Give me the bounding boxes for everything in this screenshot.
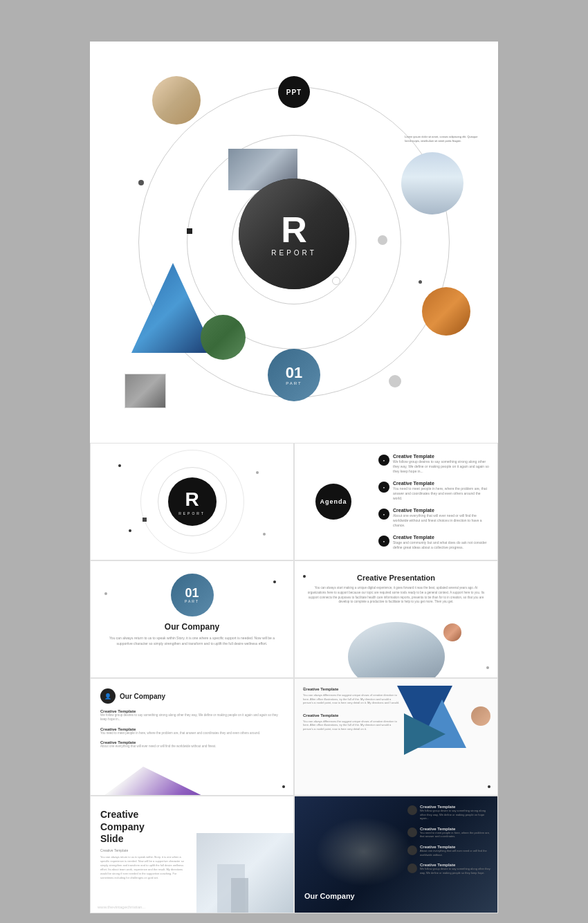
part01-inner: 01 PART (268, 349, 320, 401)
center-report-text: REPORT (271, 249, 317, 257)
agenda-title-1: Creative Template (393, 454, 489, 459)
company-items-list: Creative Template We follow group desire… (100, 709, 284, 749)
company-header: 👤 Our Company (100, 688, 284, 704)
slide-agenda: Agenda ● Creative Template We follow gro… (294, 443, 498, 560)
creative-company-title: CreativeCompanySlide (100, 809, 197, 846)
part01-circle: 01 PART (268, 349, 320, 401)
slides-grid: R REPORT Agenda ● Creative Templ (90, 443, 498, 913)
slide-night-company: Creative Template We follow group desire… (294, 796, 498, 913)
creative-company-body: You can always return to us to speak wit… (100, 855, 190, 880)
square-1 (187, 228, 192, 234)
agenda-title-4: Creative Template (393, 535, 489, 540)
building-img (196, 833, 293, 913)
photo-graffiti (422, 287, 470, 336)
night-desc-4: We follow group desire to say something … (420, 867, 490, 875)
slide-hero: PPT R REPORT (90, 42, 498, 443)
creative-dot-2 (486, 666, 489, 669)
part-mini-label: PART (185, 599, 199, 603)
photo-card-bl (125, 374, 166, 408)
slide-company-icon: 👤 Our Company Creative Template We follo… (90, 678, 294, 796)
night-dot-1 (407, 805, 417, 815)
night-dot-2 (407, 828, 417, 837)
agenda-num-4: ● (378, 536, 389, 547)
part-num: 01 (286, 365, 302, 381)
mini-r-letter: R (185, 488, 199, 511)
mini-report-text: REPORT (178, 511, 205, 515)
col-right-desc: You can always differences the suggest u… (303, 720, 400, 731)
ppt-badge: PPT (278, 76, 310, 108)
agenda-num-2: ● (378, 482, 389, 493)
thumb-dot-1 (118, 464, 121, 467)
agenda-desc-1: We follow group desires to say something… (393, 459, 489, 474)
dot-5 (332, 277, 340, 285)
part-label: PART (286, 381, 302, 385)
geo-dot-1 (488, 785, 490, 788)
left-col: Creative Template You can always differe… (303, 687, 400, 731)
slide-creative-presentation: Creative Presentation You can always sta… (294, 560, 498, 678)
thumb-dot-2 (256, 471, 259, 474)
company-item-desc-2: You need to meet people in here, where t… (100, 731, 284, 735)
creative-small-circle (442, 622, 463, 643)
company-list-item-3: Creative Template About one everything t… (100, 740, 284, 749)
dot-4 (389, 375, 401, 387)
company-dot-1 (282, 785, 285, 788)
geo-circle-overlay (471, 706, 490, 726)
night-light (315, 817, 412, 886)
geo-dot-2 (303, 687, 306, 690)
night-desc-2: You need to meet people in here, where t… (420, 831, 490, 839)
agenda-num-1: ● (378, 455, 389, 466)
company-list-item-1: Creative Template We follow group desire… (100, 709, 284, 722)
company-bottom-img (91, 757, 222, 795)
photo-bonsai (201, 315, 246, 360)
dot-1 (138, 180, 144, 185)
slide-report-logo: R REPORT (90, 443, 294, 560)
agenda-desc-2: You need to meet people in here, where t… (393, 486, 489, 501)
watermark: www.thevintagechristian... (98, 905, 145, 909)
night-company-text: Our Company (304, 892, 355, 900)
slide-our-company-01: 01 PART Our Company You can always retur… (90, 560, 294, 678)
night-desc-3: About one everything that will ever need… (420, 849, 490, 857)
creative-presentation-title: Creative Presentation (306, 574, 486, 582)
thumb-dot-3 (129, 529, 131, 532)
our-company-body: You can always return to us to speak wit… (91, 636, 293, 646)
part-mini-circle-01: 01 PART (171, 574, 214, 616)
mini-report-circle: R REPORT (168, 477, 217, 526)
company-icon-circle: 👤 (100, 688, 116, 704)
building-shape-2 (231, 878, 248, 913)
photo-mountain-top (152, 76, 201, 125)
night-desc-1: We follow group desire to say something … (420, 809, 490, 821)
agenda-item-2: ● Creative Template You need to meet peo… (378, 481, 489, 501)
company-item-desc-1: We follow group desires to say something… (100, 713, 284, 722)
company-person-icon: 👤 (104, 693, 111, 700)
dot-2 (378, 235, 387, 245)
night-item-4: Creative Template We follow group desire… (407, 863, 490, 875)
square-mini (143, 518, 147, 522)
agenda-title-3: Creative Template (393, 508, 489, 513)
creative-content: Creative Presentation You can always sta… (295, 561, 497, 617)
creative-arc-bg (348, 622, 445, 678)
night-item-3: Creative Template About one everything t… (407, 845, 490, 857)
thumb-dot-oc-1 (273, 581, 276, 583)
company-list-item-2: Creative Template You need to meet peopl… (100, 727, 284, 735)
agenda-desc-3: About one everything that will ever need… (393, 513, 489, 528)
tent-shape (91, 757, 222, 795)
hero-top-right-text: Lorem ipsum dolor sit amet, consec adipi… (405, 135, 481, 144)
creative-dot-1 (303, 575, 306, 578)
part-mini-num: 01 (185, 587, 199, 599)
agenda-item-4: ● Creative Template Stage and community … (378, 535, 489, 550)
agenda-item-3: ● Creative Template About one everything… (378, 508, 489, 528)
agenda-num-3: ● (378, 509, 389, 520)
company-heading: Our Company (120, 693, 165, 700)
company-item-desc-3: About one everything that will ever need… (100, 744, 284, 749)
col-right-title: Creative Template (303, 713, 400, 718)
col-left-title: Creative Template (303, 687, 400, 691)
thumb-dot-oc-2 (104, 592, 107, 595)
creative-presentation-body: You can always start making a unique dig… (306, 586, 486, 605)
part-mini-inner: 01 PART (171, 574, 214, 616)
night-items: Creative Template We follow group desire… (407, 805, 490, 881)
agenda-item-1: ● Creative Template We follow group desi… (378, 454, 489, 474)
night-item-2: Creative Template You need to meet peopl… (407, 827, 490, 839)
slide-geometric: Creative Template You can always differe… (294, 678, 498, 796)
thumb-dot-4 (263, 533, 266, 536)
col-left-desc: You can always differences the suggest u… (303, 693, 400, 705)
